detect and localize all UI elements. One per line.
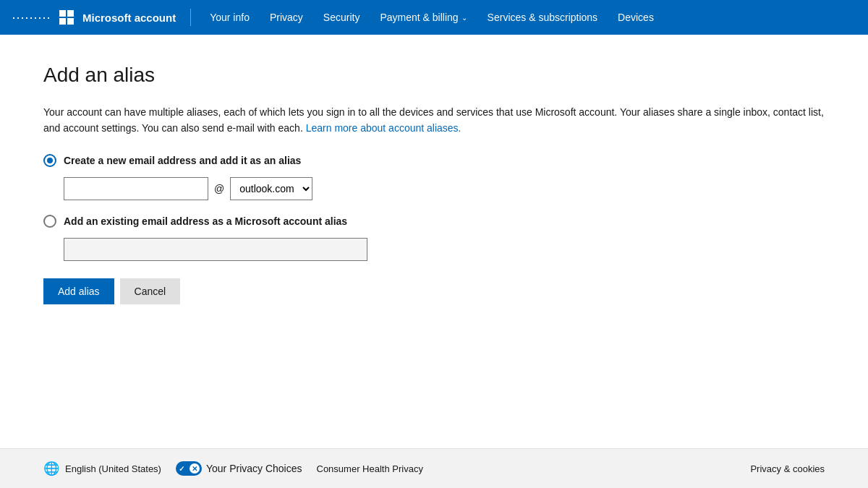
option1-radio-label[interactable]: Create a new email address and add it as… — [43, 154, 825, 167]
option1-label: Create a new email address and add it as… — [64, 155, 301, 166]
nav-divider — [190, 9, 191, 26]
svg-rect-1 — [67, 10, 74, 17]
microsoft-grid-icon — [59, 10, 74, 25]
svg-rect-0 — [59, 10, 66, 17]
svg-rect-2 — [59, 18, 66, 25]
nav-links: Your info Privacy Security Payment & bil… — [200, 0, 664, 35]
nav-bar: ⋯⋯⋯ Microsoft account Your info Privacy … — [0, 0, 868, 35]
page-title: Add an alias — [43, 64, 825, 87]
at-symbol: @ — [214, 183, 224, 194]
nav-services-subscriptions[interactable]: Services & subscriptions — [477, 0, 608, 35]
cancel-button[interactable]: Cancel — [120, 278, 181, 304]
add-alias-button[interactable]: Add alias — [43, 278, 114, 304]
domain-select[interactable]: outlook.com hotmail.com — [230, 177, 312, 200]
option2-label: Add an existing email address as a Micro… — [64, 215, 347, 227]
new-email-input[interactable] — [64, 177, 208, 200]
grid-icon[interactable]: ⋯⋯⋯ — [12, 9, 51, 25]
option2-radio-label[interactable]: Add an existing email address as a Micro… — [43, 215, 825, 228]
main-content: Add an alias Your account can have multi… — [0, 35, 868, 333]
option2-radio-button[interactable] — [43, 215, 56, 228]
nav-security[interactable]: Security — [313, 0, 370, 35]
payment-billing-chevron: ⌄ — [461, 14, 467, 22]
existing-email-input[interactable] — [64, 238, 367, 261]
option1-radio-button[interactable] — [43, 154, 56, 167]
nav-your-info[interactable]: Your info — [200, 0, 260, 35]
svg-rect-3 — [67, 18, 74, 25]
form-section: Create a new email address and add it as… — [43, 154, 825, 304]
email-input-row: @ outlook.com hotmail.com — [64, 177, 825, 200]
nav-privacy[interactable]: Privacy — [260, 0, 313, 35]
learn-more-link[interactable]: Learn more about account aliases. — [306, 122, 461, 134]
nav-brand: Microsoft account — [82, 12, 176, 24]
nav-payment-billing[interactable]: Payment & billing ⌄ — [370, 0, 477, 35]
button-row: Add alias Cancel — [43, 278, 825, 304]
nav-devices[interactable]: Devices — [608, 0, 664, 35]
description-text: Your account can have multiple aliases, … — [43, 104, 825, 137]
